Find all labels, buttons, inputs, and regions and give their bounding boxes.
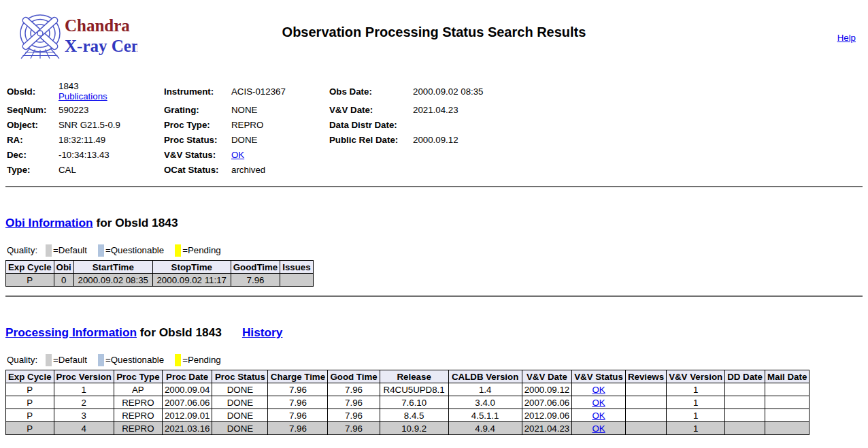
detail-value: OK bbox=[230, 147, 328, 162]
table-row: P4REPRO2021.03.16DONE7.967.9610.9.24.9.4… bbox=[6, 422, 809, 435]
table-cell: 3 bbox=[54, 409, 114, 422]
quality-item-label: =Questionable bbox=[105, 355, 164, 365]
table-cell: P bbox=[6, 409, 54, 422]
detail-label bbox=[328, 147, 412, 162]
column-header: CALDB Version bbox=[448, 370, 522, 383]
processing-quality-legend: Quality:=Default=Questionable=Pending bbox=[7, 353, 863, 367]
obi-heading-suffix: for ObsId 1843 bbox=[93, 216, 178, 229]
detail-value: 2021.04.23 bbox=[412, 102, 485, 117]
detail-label bbox=[328, 162, 412, 177]
detail-label: RA: bbox=[5, 132, 57, 147]
detail-value: 1843Publications bbox=[57, 80, 163, 102]
table-cell: 1.4 bbox=[448, 383, 522, 396]
table-cell: 4.9.4 bbox=[448, 422, 522, 435]
quality-swatch-pending bbox=[175, 244, 181, 257]
table-cell: 7.96 bbox=[268, 409, 328, 422]
column-header: Release bbox=[380, 370, 448, 383]
table-cell bbox=[280, 274, 313, 287]
detail-value: NONE bbox=[230, 102, 328, 117]
publications-link[interactable]: Publications bbox=[59, 91, 107, 101]
table-cell bbox=[725, 409, 765, 422]
processing-table: Exp CycleProc VersionProc TypeProc DateP… bbox=[5, 370, 809, 435]
processing-heading-suffix: for ObsId 1843 bbox=[137, 325, 222, 339]
table-cell bbox=[765, 383, 809, 396]
vv-status-ok-link[interactable]: OK bbox=[592, 411, 605, 421]
table-cell: 2000.09.12 bbox=[522, 383, 572, 396]
detail-label: Type: bbox=[5, 162, 57, 177]
vv-status-ok-link[interactable]: OK bbox=[592, 398, 605, 408]
table-row: P2REPRO2007.06.06DONE7.967.967.6.103.4.0… bbox=[6, 396, 809, 409]
detail-label: Instrument: bbox=[163, 80, 230, 102]
detail-value: ACIS-012367 bbox=[230, 80, 328, 102]
help-link[interactable]: Help bbox=[837, 33, 856, 43]
column-header: Proc Type bbox=[114, 370, 162, 383]
column-header: Exp Cycle bbox=[6, 370, 54, 383]
detail-value: CAL bbox=[57, 162, 163, 177]
table-cell: P bbox=[6, 396, 54, 409]
quality-item-label: =Questionable bbox=[105, 245, 164, 255]
quality-item-label: =Pending bbox=[182, 355, 221, 365]
table-cell: 4 bbox=[54, 422, 114, 435]
table-cell: 8.4.5 bbox=[380, 409, 448, 422]
column-header: Good Time bbox=[328, 370, 380, 383]
table-cell: AP bbox=[114, 383, 162, 396]
table-cell bbox=[625, 409, 666, 422]
detail-value: 2000.09.12 bbox=[412, 132, 485, 147]
column-header: Mail Date bbox=[765, 370, 809, 383]
table-cell: DONE bbox=[212, 422, 268, 435]
details-body: ObsId:1843PublicationsInstrument:ACIS-01… bbox=[5, 80, 485, 177]
column-header: V&V Status bbox=[572, 370, 626, 383]
column-header: Proc Status bbox=[212, 370, 268, 383]
details-row: RA:18:32:11.49Proc Status:DONEPublic Rel… bbox=[5, 132, 485, 147]
quality-label: Quality: bbox=[7, 245, 37, 255]
table-cell: P bbox=[6, 274, 54, 287]
vv-status-link[interactable]: OK bbox=[231, 150, 244, 160]
table-cell: 2 bbox=[54, 396, 114, 409]
quality-label: Quality: bbox=[7, 355, 37, 365]
obi-information-link[interactable]: Obi Information bbox=[5, 216, 93, 229]
table-cell: 7.96 bbox=[268, 383, 328, 396]
detail-value: DONE bbox=[230, 132, 328, 147]
processing-information-link[interactable]: Processing Information bbox=[5, 325, 137, 339]
table-cell bbox=[725, 396, 765, 409]
quality-item-label: =Default bbox=[53, 245, 87, 255]
details-row: Object:SNR G21.5-0.9Proc Type:REPROData … bbox=[5, 117, 485, 132]
detail-label: Public Rel Date: bbox=[328, 132, 412, 147]
table-cell bbox=[765, 409, 809, 422]
column-header: Issues bbox=[280, 261, 313, 274]
processing-section-heading: Processing Information for ObsId 1843His… bbox=[5, 325, 863, 340]
column-header: Exp Cycle bbox=[6, 261, 54, 274]
table-cell: OK bbox=[572, 383, 626, 396]
detail-value bbox=[412, 147, 485, 162]
table-cell: 1 bbox=[54, 383, 114, 396]
history-link[interactable]: History bbox=[242, 325, 283, 339]
quality-swatch-questionable bbox=[98, 354, 104, 366]
table-cell: 1 bbox=[667, 422, 725, 435]
details-row: ObsId:1843PublicationsInstrument:ACIS-01… bbox=[5, 80, 485, 102]
quality-item-label: =Pending bbox=[182, 245, 221, 255]
table-cell bbox=[625, 383, 666, 396]
quality-item-label: =Default bbox=[53, 355, 87, 365]
table-cell: 2012.09.06 bbox=[522, 409, 572, 422]
table-cell: 2007.06.06 bbox=[162, 396, 212, 409]
table-cell: 7.96 bbox=[268, 422, 328, 435]
table-cell: 7.96 bbox=[328, 409, 380, 422]
detail-label: ObsId: bbox=[5, 80, 57, 102]
detail-value: 18:32:11.49 bbox=[57, 132, 163, 147]
table-cell bbox=[725, 422, 765, 435]
details-row: Type:CALOCat Status:archived bbox=[5, 162, 485, 177]
detail-label: V&V Status: bbox=[163, 147, 230, 162]
column-header: Charge Time bbox=[268, 370, 328, 383]
column-header: Reviews bbox=[625, 370, 666, 383]
vv-status-ok-link[interactable]: OK bbox=[592, 423, 605, 434]
table-cell: OK bbox=[572, 409, 626, 422]
obi-section-heading: Obi Information for ObsId 1843 bbox=[5, 216, 863, 230]
detail-label: SeqNum: bbox=[5, 102, 57, 117]
table-cell: 10.9.2 bbox=[380, 422, 448, 435]
obi-quality-legend: Quality:=Default=Questionable=Pending bbox=[7, 244, 863, 257]
detail-value: archived bbox=[230, 162, 328, 177]
table-cell: R4CU5UPD8.1 bbox=[380, 383, 448, 396]
table-row: P3REPRO2012.09.01DONE7.967.968.4.54.5.1.… bbox=[6, 409, 809, 422]
table-row: P1AP2000.09.04DONE7.967.96R4CU5UPD8.11.4… bbox=[6, 383, 809, 396]
vv-status-ok-link[interactable]: OK bbox=[592, 385, 605, 395]
